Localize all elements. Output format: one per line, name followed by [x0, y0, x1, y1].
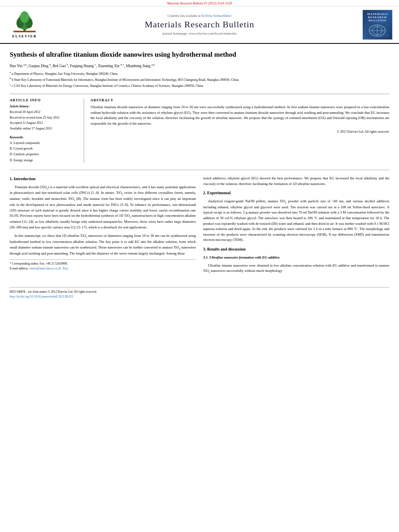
section-title-introduction: Introduction [14, 177, 35, 181]
keyword-3: D. Catalytic properties [10, 152, 79, 157]
journal-header: ELSEVIER Contents lists available at Sci… [0, 6, 399, 44]
experimental-heading: 2. Experimental [203, 190, 389, 196]
top-banner: Materials Research Bulletin 47 (2012) 31… [0, 0, 399, 6]
svg-point-4 [20, 11, 29, 23]
date-online: Available online 17 August 2012 [10, 126, 79, 131]
issn-line: 0025-5408/$ – see front matter © 2012 El… [10, 290, 389, 294]
elsevier-text: ELSEVIER [12, 34, 37, 38]
journal-header-center: Contents lists available at SciVerse Sci… [47, 14, 352, 35]
abstract-text: Ultrafine titanium dioxide nanowires of … [90, 105, 389, 127]
section-divider [10, 170, 389, 170]
logo-image [366, 23, 389, 37]
sciverse-line: Contents lists available at SciVerse Sci… [47, 14, 352, 18]
svg-rect-5 [14, 31, 36, 33]
authors-line: Hao Yin a,b, Guqiao Ding b, Bof Gao b, F… [10, 63, 389, 68]
affiliation-b: b b State Key Laboratory of Functional M… [10, 76, 389, 82]
journal-logo-box: MATERIALS RESEARCH BULLETIN [362, 10, 393, 40]
doi-line: http://dx.doi.org/10.1016/j.materresbull… [10, 295, 389, 298]
logo-line-2: RESEARCH [368, 16, 387, 19]
abstract-title: ABSTRACT [90, 98, 389, 102]
journal-citation: Materials Research Bulletin 47 (2012) 31… [167, 2, 232, 5]
corr-author-line: * Corresponding author. Fax: +86 21 5241… [10, 261, 196, 266]
doi-link[interactable]: http://dx.doi.org/10.1016/j.materresbull… [10, 295, 73, 298]
paper-footer: 0025-5408/$ – see front matter © 2012 El… [10, 287, 389, 298]
body-columns: 1. Introduction Titanium dioxide (TiO2) … [10, 176, 389, 277]
keywords-list: A. Layered compounds B. Crystal growth D… [10, 140, 79, 164]
keyword-1: A. Layered compounds [10, 140, 79, 146]
article-history-label: Article history: [10, 105, 79, 108]
journal-homepage: journal homepage: www.elsevier.com/locat… [47, 31, 352, 35]
right-intro-continuation: tested additives, ethylene glycol (EG) s… [203, 176, 389, 187]
info-abstract-row: ARTICLE INFO Article history: Received 3… [10, 94, 389, 163]
abstract-copyright: © 2012 Elsevier Ltd. All rights reserved… [90, 130, 389, 134]
intro-para-1: Titanium dioxide (TiO2) is a material wi… [10, 185, 196, 230]
keyword-2: B. Crystal growth [10, 146, 79, 152]
elsevier-tree-icon [12, 11, 37, 33]
experimental-title: Experimental [207, 191, 230, 195]
main-content: Synthesis of ultrafine titanium dioxide … [0, 44, 399, 306]
body-col-right: tested additives, ethylene glycol (EG) s… [203, 176, 389, 277]
email-label: E-mail address: [10, 267, 29, 270]
date-received: Received 30 April 2012 [10, 109, 79, 115]
body-col-left: 1. Introduction Titanium dioxide (TiO2) … [10, 176, 196, 277]
results-subheading: 3.1. Ultrafine nanowire formation with E… [203, 255, 389, 261]
results-subheading-title: Ultrafine nanowire formation with EG add… [210, 255, 280, 259]
keywords-label: Keywords: [10, 136, 79, 139]
results-para-1: Ultrafine titanate nanowires were obtain… [203, 263, 389, 274]
section-num: 1. [10, 177, 14, 181]
journal-logo-area: MATERIALS RESEARCH BULLETIN [356, 10, 393, 40]
intro-para-2: In this manuscript, we show that 1D ultr… [10, 233, 196, 256]
keyword-4: D. Energy storage [10, 158, 79, 163]
affiliation-c: c c CAS Key Laboratory of Materials for … [10, 82, 389, 88]
affiliation-a: a a Department of Physics, Shanghai Jiao… [10, 70, 389, 76]
journal-title: Materials Research Bulletin [47, 19, 352, 30]
affiliations: a a Department of Physics, Shanghai Jiao… [10, 70, 389, 88]
experimental-para: Analytical reagent-grade NaOH pellets, a… [203, 199, 389, 243]
article-info: ARTICLE INFO Article history: Received 3… [10, 98, 84, 163]
introduction-heading: 1. Introduction [10, 176, 196, 182]
results-title: Results and discussion [207, 247, 246, 251]
sciverse-link[interactable]: SciVerse ScienceDirect [202, 14, 232, 18]
paper-title: Synthesis of ultrafine titanium dioxide … [10, 50, 389, 59]
abstract-section: ABSTRACT Ultrafine titanium dioxide nano… [90, 98, 389, 163]
date-revised: Received in revised form 25 July 2012 [10, 115, 79, 121]
date-accepted: Accepted 11 August 2012 [10, 120, 79, 126]
results-heading: 3. Results and discussion [203, 246, 389, 253]
email-line: E-mail address: xmxie@mail.sim.ac.cn (X.… [10, 266, 196, 271]
elsevier-logo: ELSEVIER [6, 11, 43, 38]
logo-line-1: MATERIALS [367, 12, 388, 16]
corresponding-author-note: * Corresponding author. Fax: +86 21 5241… [10, 259, 196, 271]
email-address: xmxie@mail.sim.ac.cn (X. Xie). [29, 267, 69, 270]
article-info-title: ARTICLE INFO [10, 98, 79, 102]
elsevier-logo-area: ELSEVIER [6, 11, 43, 38]
article-dates: Received 30 April 2012 Received in revis… [10, 109, 79, 131]
logo-line-3: BULLETIN [368, 19, 386, 22]
